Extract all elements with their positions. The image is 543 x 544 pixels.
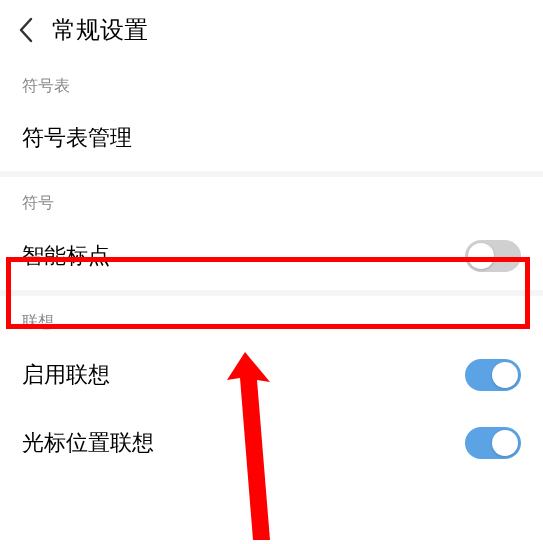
row-label: 光标位置联想 (22, 428, 154, 458)
section-header-symbol-table: 符号表 (0, 60, 543, 105)
row-label: 符号表管理 (22, 123, 132, 153)
toggle-enable-association[interactable] (465, 359, 521, 391)
back-icon[interactable] (12, 16, 40, 44)
header: 常规设置 (0, 0, 543, 60)
row-enable-association[interactable]: 启用联想 (0, 341, 543, 409)
row-label: 智能标点 (22, 241, 110, 271)
toggle-smart-punctuation[interactable] (465, 240, 521, 272)
toggle-knob (492, 430, 518, 456)
section-header-association: 联想 (0, 296, 543, 341)
row-cursor-association[interactable]: 光标位置联想 (0, 409, 543, 477)
page-title: 常规设置 (52, 14, 148, 46)
row-symbol-table-manage[interactable]: 符号表管理 (0, 105, 543, 171)
toggle-cursor-association[interactable] (465, 427, 521, 459)
toggle-knob (492, 362, 518, 388)
section-header-symbol: 符号 (0, 177, 543, 222)
row-label: 启用联想 (22, 360, 110, 390)
toggle-knob (468, 243, 494, 269)
row-smart-punctuation[interactable]: 智能标点 (0, 222, 543, 290)
